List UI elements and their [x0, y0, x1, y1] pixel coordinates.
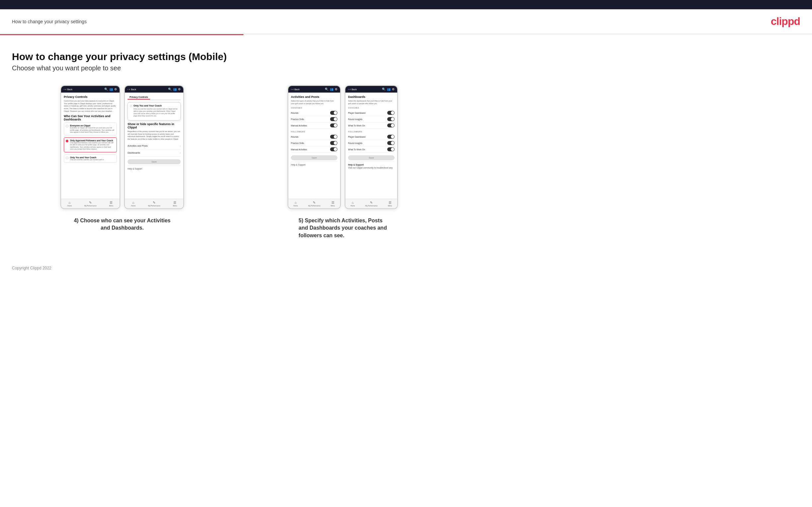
- menu-icon-4: ☰: [389, 201, 392, 205]
- mockup-group-1: ‹ < Back 🔍 👥 ⚙ Privacy Controls Control …: [12, 85, 233, 239]
- phone-1-who-section: Who Can See Your Activities and Dashboar…: [64, 114, 117, 121]
- tab-privacy-controls[interactable]: Privacy Controls: [128, 95, 150, 100]
- phone-1: ‹ < Back 🔍 👥 ⚙ Privacy Controls Control …: [60, 85, 120, 209]
- phone-1-back[interactable]: ‹ < Back: [64, 88, 72, 91]
- toggle-coaches-player-switch[interactable]: [387, 111, 395, 115]
- phone-4-nav-performance[interactable]: ✎ My Performance: [365, 201, 377, 207]
- coaches-label-3: COACHES: [291, 107, 338, 109]
- toggle-coaches-manual-switch[interactable]: [330, 123, 338, 127]
- phone-3-bottom-nav: ⌂ Home ✎ My Performance ☰ Menu: [288, 199, 340, 208]
- menu-icon: ☰: [110, 201, 113, 205]
- people-icon[interactable]: 👥: [109, 88, 113, 91]
- toggle-coaches-rounds: Rounds: [291, 110, 338, 116]
- toggle-followers-rounds: Rounds: [291, 134, 338, 140]
- help-support-4: Help & Support Visit our Clippd communit…: [348, 162, 395, 169]
- phone-4-back[interactable]: ‹ < Back: [348, 88, 357, 91]
- main-content: How to change your privacy settings (Mob…: [0, 35, 465, 259]
- toggle-coaches-practice: Practice Drills: [291, 116, 338, 122]
- settings-icon[interactable]: ⚙: [114, 88, 117, 91]
- toggle-followers-manual-switch[interactable]: [330, 147, 338, 151]
- home-icon-3: ⌂: [295, 201, 297, 205]
- popup-title: Only You and Your Coach Only you and the…: [134, 105, 179, 117]
- popup-radio: Only You and Your Coach Only you and the…: [130, 105, 179, 117]
- search-icon[interactable]: 🔍: [104, 88, 108, 91]
- menu-row-activities[interactable]: Activities and Posts ›: [128, 143, 181, 150]
- phone-4-nav-home[interactable]: ⌂ Home: [351, 201, 355, 207]
- phone-4-body: Select the dashboards that you'd like to…: [348, 100, 395, 105]
- copyright: Copyright Clippd 2022: [0, 259, 812, 277]
- phone-1-nav-performance[interactable]: ✎ My Performance: [84, 201, 97, 207]
- people-icon-3[interactable]: 👥: [330, 88, 334, 91]
- phone-1-nav-icons: 🔍 👥 ⚙: [104, 88, 117, 91]
- phone-1-content: Privacy Controls Control how you and you…: [61, 93, 119, 199]
- people-icon-4[interactable]: 👥: [387, 88, 391, 91]
- mockup-group-2: ‹ < Back 🔍 👥 ⚙ Activities and Posts Sele…: [233, 85, 453, 239]
- toggle-coaches-round-switch[interactable]: [387, 117, 395, 121]
- phone-1-nav-menu[interactable]: ☰ Menu: [109, 201, 114, 207]
- radio-only-you[interactable]: Only You and Your Coach Only you and the…: [64, 154, 117, 163]
- page-title: How to change your privacy settings (Mob…: [12, 51, 453, 62]
- toggle-followers-player-switch[interactable]: [387, 135, 395, 139]
- toggle-followers-round-switch[interactable]: [387, 141, 395, 145]
- toggle-followers-practice-switch[interactable]: [330, 141, 338, 145]
- phone-3-nav: ‹ < Back 🔍 👥 ⚙: [288, 86, 340, 93]
- tab-bar-2: Privacy Controls: [128, 95, 181, 100]
- top-bar: [0, 0, 812, 9]
- phone-2-nav-performance[interactable]: ✎ My Performance: [148, 201, 160, 207]
- phone-3-nav-home[interactable]: ⌂ Home: [294, 201, 298, 207]
- phone-1-nav-home[interactable]: ⌂ Home: [67, 201, 72, 207]
- caption-2: 5) Specify which Activities, Posts and D…: [299, 217, 387, 239]
- followers-label-4: FOLLOWERS: [348, 131, 395, 133]
- phone-4-nav: ‹ < Back 🔍 👥 ⚙: [345, 86, 397, 93]
- toggle-followers-rounds-switch[interactable]: [330, 135, 338, 139]
- save-button-4[interactable]: Save: [348, 155, 395, 160]
- chart-icon-2: ✎: [153, 201, 155, 205]
- followers-label-3: FOLLOWERS: [291, 131, 338, 133]
- radio-approved[interactable]: Only Approved Followers and Your Coach O…: [64, 137, 117, 152]
- settings-icon-3[interactable]: ⚙: [335, 88, 338, 91]
- phone-3-content: Activities and Posts Select the types of…: [288, 93, 340, 199]
- help-support-2: Help & Support: [128, 166, 181, 170]
- radio-everyone[interactable]: Everyone on Clippd Everyone on Clippd ca…: [64, 122, 117, 135]
- save-button-2[interactable]: Save: [128, 159, 181, 164]
- search-icon-4[interactable]: 🔍: [382, 88, 386, 91]
- people-icon-2[interactable]: 👥: [173, 88, 177, 91]
- help-support-3: Help & Support: [291, 162, 338, 166]
- phone-2-back[interactable]: ‹ < Back: [128, 88, 136, 91]
- popup-card: Only You and Your Coach Only you and the…: [128, 102, 181, 120]
- save-button-3[interactable]: Save: [291, 155, 338, 160]
- search-icon-3[interactable]: 🔍: [325, 88, 328, 91]
- settings-icon-2[interactable]: ⚙: [178, 88, 181, 91]
- phone-3-nav-menu[interactable]: ☰ Menu: [331, 201, 335, 207]
- chart-icon-4: ✎: [370, 201, 373, 205]
- phone-2-nav-menu[interactable]: ☰ Menu: [173, 201, 177, 207]
- phone-1-body: Control how you and your data appears to…: [64, 100, 117, 112]
- toggle-followers-work-switch[interactable]: [387, 147, 395, 151]
- chevron-right-icon-2: ›: [180, 151, 181, 155]
- coaches-label-4: COACHES: [348, 107, 395, 109]
- search-icon-2[interactable]: 🔍: [168, 88, 172, 91]
- toggle-coaches-rounds-switch[interactable]: [330, 111, 338, 115]
- toggle-coaches-round-insights: Round Insights: [348, 116, 395, 122]
- phone-2-nav-home[interactable]: ⌂ Home: [131, 201, 136, 207]
- phone-4-nav-menu[interactable]: ☰ Menu: [388, 201, 392, 207]
- menu-row-dashboards[interactable]: Dashboards ›: [128, 150, 181, 157]
- phone-2-nav: ‹ < Back 🔍 👥 ⚙: [125, 86, 183, 93]
- toggle-followers-player-dashboard: Player Dashboard: [348, 134, 395, 140]
- phone-2: ‹ < Back 🔍 👥 ⚙ Privacy Controls: [124, 85, 184, 209]
- phone-4-content: Dashboards Select the dashboards that yo…: [345, 93, 397, 199]
- toggle-coaches-what-to-work-on: What To Work On: [348, 122, 395, 129]
- phone-2-content: Privacy Controls Only You and Your Coach…: [125, 93, 183, 199]
- toggle-coaches-practice-switch[interactable]: [330, 117, 338, 121]
- toggle-coaches-work-switch[interactable]: [387, 123, 395, 127]
- settings-icon-4[interactable]: ⚙: [392, 88, 395, 91]
- show-hide-text: Regardless of the privacy controls that …: [128, 130, 181, 141]
- phone-3-nav-performance[interactable]: ✎ My Performance: [308, 201, 320, 207]
- phone-3-back[interactable]: ‹ < Back: [291, 88, 300, 91]
- header-title: How to change your privacy settings: [12, 19, 87, 24]
- page-subtitle: Choose what you want people to see: [12, 64, 453, 72]
- phone-3-body: Select the types of activity that you'd …: [291, 100, 338, 105]
- home-icon: ⌂: [69, 201, 71, 205]
- home-icon-4: ⌂: [352, 201, 354, 205]
- phone-3-section-title: Activities and Posts: [291, 95, 338, 99]
